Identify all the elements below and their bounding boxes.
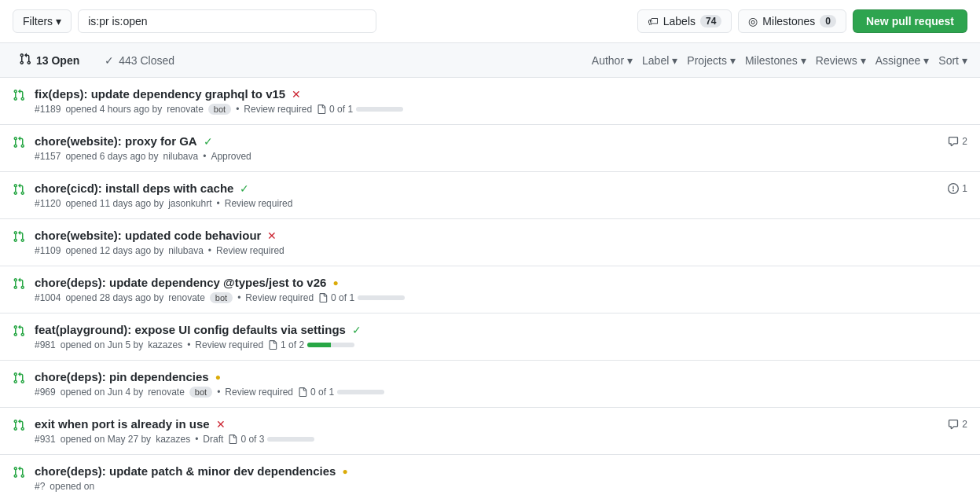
milestones-filter[interactable]: Milestones ▾: [745, 54, 806, 67]
pr-title[interactable]: chore(deps): update patch & minor dev de…: [35, 464, 336, 478]
filters-bar-left: 13 Open ✓ 443 Closed: [13, 50, 579, 71]
status-x-icon: ✕: [216, 418, 226, 431]
pr-title[interactable]: chore(deps): update dependency @types/je…: [35, 276, 326, 289]
pr-author[interactable]: nilubava: [163, 151, 198, 162]
pr-files-info: 1 of 2: [268, 339, 354, 350]
search-input[interactable]: [78, 9, 376, 33]
pr-content: chore(deps): update dependency @types/je…: [35, 276, 958, 303]
author-filter[interactable]: Author ▾: [592, 54, 633, 67]
pr-content: exit when port is already in use ✕ #931 …: [35, 417, 938, 445]
pr-right: 2: [948, 136, 967, 147]
pr-content: chore(deps): update patch & minor dev de…: [35, 464, 958, 492]
filters-bar: 13 Open ✓ 443 Closed Author ▾ Label ▾ Pr…: [0, 43, 980, 78]
pr-meta: #1004 opened 28 days ago by renovate bot…: [35, 292, 958, 303]
pr-opened-text: opened 4 hours ago by: [65, 104, 162, 115]
open-prs-filter[interactable]: 13 Open: [13, 50, 86, 71]
pr-title[interactable]: feat(playground): expose UI config defau…: [35, 323, 346, 336]
pull-request-item: exit when port is already in use ✕ #931 …: [0, 408, 980, 455]
chevron-down-icon: ▾: [627, 54, 633, 67]
pr-opened-text: opened 11 days ago by: [65, 198, 163, 209]
pr-author[interactable]: kazazes: [156, 434, 190, 445]
pr-title-row: chore(cicd): install deps with cache ✓: [35, 182, 938, 195]
pr-author[interactable]: renovate: [168, 292, 205, 303]
pr-opened-text: opened on May 27 by: [61, 434, 151, 445]
pr-author[interactable]: jasonkuhrt: [168, 198, 211, 209]
labels-label: Labels: [663, 15, 696, 28]
pr-title-row: fix(deps): update dependency graphql to …: [35, 87, 958, 101]
pr-title-row: chore(deps): update patch & minor dev de…: [35, 464, 958, 478]
assignee-filter[interactable]: Assignee ▾: [875, 54, 930, 67]
pr-author-label: bot: [189, 387, 212, 398]
reviews-label: Reviews: [816, 54, 857, 67]
pr-author[interactable]: renovate: [148, 387, 185, 398]
pr-title[interactable]: fix(deps): update dependency graphql to …: [35, 87, 285, 101]
label-filter[interactable]: Label ▾: [642, 54, 677, 67]
pull-request-item: chore(website): proxy for GA ✓ #1157 ope…: [0, 125, 980, 172]
pull-request-item: chore(cicd): install deps with cache ✓ #…: [0, 172, 980, 219]
pull-request-list: fix(deps): update dependency graphql to …: [0, 78, 980, 495]
milestones-button[interactable]: ◎ Milestones 0: [738, 9, 846, 33]
pr-author[interactable]: kazazes: [148, 339, 182, 350]
progress-bar: [337, 390, 384, 394]
pr-content: feat(playground): expose UI config defau…: [35, 323, 958, 350]
pull-request-item: feat(playground): expose UI config defau…: [0, 314, 980, 361]
new-pull-request-button[interactable]: New pull request: [853, 9, 967, 33]
pr-number: #1109: [35, 245, 61, 256]
progress-bar: [267, 437, 314, 442]
pull-request-item: chore(website): updated code behaviour ✕…: [0, 219, 980, 266]
chevron-down-icon: ▾: [56, 15, 61, 28]
status-check-icon: ✓: [240, 182, 249, 195]
pr-files-info: 0 of 3: [228, 434, 314, 445]
pr-title[interactable]: chore(deps): pin dependencies: [35, 370, 209, 383]
pr-title-row: exit when port is already in use ✕: [35, 417, 938, 431]
pr-opened-text: opened on Jun 4 by: [61, 387, 143, 398]
pr-title[interactable]: chore(cicd): install deps with cache: [35, 182, 233, 195]
check-icon: ✓: [105, 54, 114, 67]
label-label: Label: [642, 54, 669, 67]
pr-review-status: Approved: [211, 151, 251, 162]
pr-author[interactable]: nilubava: [168, 245, 204, 256]
milestones-filter-label: Milestones: [745, 54, 798, 67]
pr-title-row: chore(deps): pin dependencies ●: [35, 370, 958, 383]
top-bar-right: 🏷 Labels 74 ◎ Milestones 0 New pull requ…: [637, 9, 967, 33]
pr-title[interactable]: chore(website): proxy for GA: [35, 134, 197, 148]
pr-author-label: bot: [210, 292, 233, 303]
projects-filter[interactable]: Projects ▾: [687, 54, 736, 67]
pr-title[interactable]: exit when port is already in use: [35, 417, 210, 431]
reviews-filter[interactable]: Reviews ▾: [816, 54, 866, 67]
sort-label: Sort: [938, 54, 959, 67]
git-pr-icon: [13, 183, 25, 198]
pr-content: chore(website): proxy for GA ✓ #1157 ope…: [35, 134, 938, 162]
pr-number: #981: [35, 339, 56, 350]
top-bar: Filters ▾ 🏷 Labels 74 ◎ Milestones 0 New…: [0, 0, 980, 43]
git-pr-icon: [13, 89, 25, 104]
closed-prs-filter[interactable]: ✓ 443 Closed: [98, 51, 181, 70]
filters-bar-right: Author ▾ Label ▾ Projects ▾ Milestones ▾…: [592, 54, 967, 67]
progress-bar: [307, 343, 354, 347]
pr-author[interactable]: renovate: [167, 104, 204, 115]
pr-number: #931: [35, 434, 56, 445]
status-check-icon: ✓: [352, 324, 362, 336]
pr-opened-text: opened 28 days ago by: [65, 292, 163, 303]
pr-files-info: 0 of 1: [317, 104, 403, 115]
pr-dot-sep: •: [195, 434, 198, 445]
filters-button[interactable]: Filters ▾: [13, 9, 72, 33]
pr-review-status: Review required: [244, 104, 312, 115]
pull-request-item: fix(deps): update dependency graphql to …: [0, 78, 980, 125]
pr-files-info: 0 of 1: [298, 387, 384, 398]
sort-filter[interactable]: Sort ▾: [938, 54, 967, 67]
pr-comment-count[interactable]: 2: [948, 136, 967, 147]
pr-content: chore(deps): pin dependencies ● #969 ope…: [35, 370, 958, 398]
pr-comment-count[interactable]: 2: [948, 419, 967, 430]
git-pr-icon: [13, 230, 25, 245]
pr-dot-sep: •: [208, 245, 211, 256]
pr-title[interactable]: chore(website): updated code behaviour: [35, 229, 261, 242]
pr-meta: #969 opened on Jun 4 by renovate bot •Re…: [35, 387, 958, 398]
status-check-icon: ✓: [204, 135, 213, 148]
labels-button[interactable]: 🏷 Labels 74: [637, 9, 732, 33]
pr-number: #?: [35, 481, 45, 492]
git-pull-request-icon: [19, 53, 31, 68]
pr-dot-sep: •: [187, 339, 190, 350]
pr-issue-count: 1: [948, 183, 967, 194]
pr-review-status: Review required: [245, 292, 314, 303]
